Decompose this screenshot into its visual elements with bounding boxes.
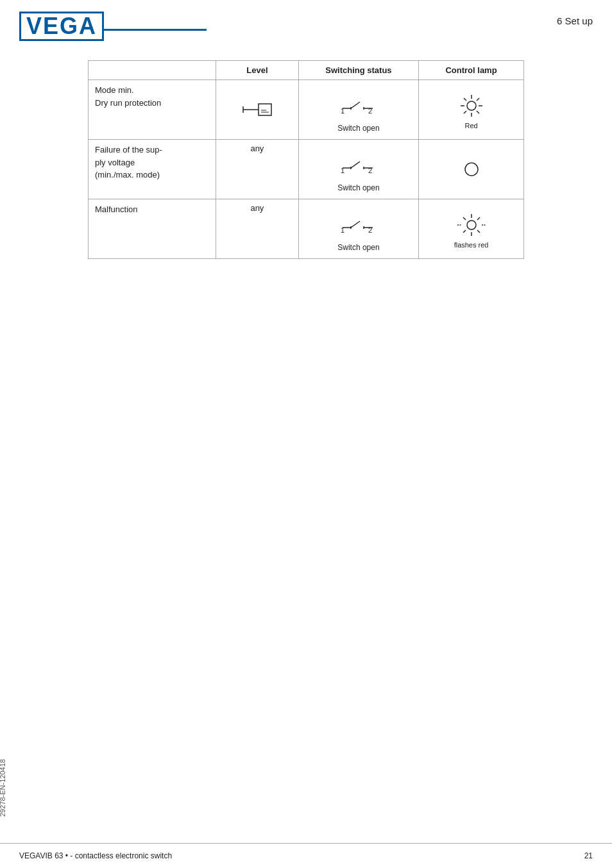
row3-level: any [216, 199, 299, 259]
circle-off-icon [462, 160, 481, 179]
row3-switching: 1 2 Switch open [298, 199, 418, 259]
logo-line [104, 29, 207, 31]
svg-line-44 [463, 230, 466, 233]
sensor-icon [238, 94, 276, 126]
row2-control [419, 140, 524, 199]
row2-switch-label: Switch open [337, 183, 379, 192]
row1-switch-label: Switch open [337, 124, 379, 133]
row2-level: any [216, 140, 299, 199]
svg-line-20 [464, 111, 466, 113]
col-header-switching: Switching status [298, 61, 418, 80]
table-row: Malfunction any 1 2 [89, 199, 524, 259]
table-row: Failure of the sup-ply voltage(min./max.… [89, 140, 524, 199]
main-content: Level Switching status Control lamp Mode… [0, 41, 612, 259]
row3-lamp-label: flashes red [454, 241, 489, 249]
col-header-description [89, 61, 216, 80]
logo-text: VEGA [19, 12, 104, 41]
svg-line-19 [477, 98, 479, 101]
svg-point-36 [467, 221, 476, 230]
svg-line-17 [464, 98, 466, 101]
row1-lamp-label: Red [464, 122, 477, 129]
page-header: VEGA 6 Set up [0, 0, 612, 41]
sun-flash-icon [452, 209, 491, 241]
sun-solid-icon [455, 90, 488, 122]
row3-level-text: any [250, 203, 264, 213]
col-header-control: Control lamp [419, 61, 524, 80]
row3-switch-label: Switch open [337, 243, 379, 252]
page-title: 6 Set up [557, 15, 593, 26]
svg-line-24 [351, 162, 360, 168]
footer-left-text: VEGAVIB 63 • - contactless electronic sw… [19, 851, 172, 860]
switch-open-icon-1: 1 2 [333, 89, 384, 121]
row1-level [216, 80, 299, 140]
row1-control: Red [419, 80, 524, 140]
svg-line-42 [477, 230, 480, 233]
svg-point-12 [467, 101, 476, 110]
table-row: Mode min.Dry run protection [89, 80, 524, 140]
row2-description: Failure of the sup-ply voltage(min./max.… [89, 140, 216, 199]
svg-line-18 [477, 111, 479, 113]
svg-line-41 [463, 217, 466, 220]
logo: VEGA [19, 12, 104, 41]
svg-line-32 [351, 221, 360, 228]
switch-open-icon-2: 1 2 [333, 149, 384, 181]
svg-line-43 [477, 217, 480, 220]
row1-switching: 1 2 Switch [298, 80, 418, 140]
vertical-document-id: 29278-EN-120418 [0, 759, 6, 817]
switch-open-icon-3: 1 2 [333, 208, 384, 240]
col-header-level: Level [216, 61, 299, 80]
svg-rect-2 [259, 104, 271, 115]
row2-switching: 1 2 Switch open [298, 140, 418, 199]
row3-control: flashes red [419, 199, 524, 259]
footer-page-number: 21 [584, 851, 593, 860]
page-footer: VEGAVIB 63 • - contactless electronic sw… [0, 843, 612, 868]
row1-description: Mode min.Dry run protection [89, 80, 216, 140]
svg-line-8 [351, 102, 360, 108]
row3-description: Malfunction [89, 199, 216, 259]
row2-level-text: any [250, 144, 264, 153]
status-table: Level Switching status Control lamp Mode… [88, 60, 524, 259]
row3-desc-text: Malfunction [95, 204, 137, 214]
svg-point-28 [465, 163, 478, 176]
